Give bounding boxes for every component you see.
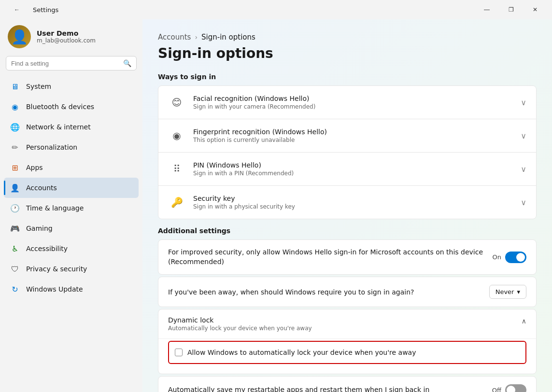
facial-icon: 😊	[168, 94, 185, 111]
sidebar-item-personalization[interactable]: ✏Personalization	[4, 137, 139, 157]
sidebar-item-gaming[interactable]: 🎮Gaming	[4, 218, 139, 238]
sign-in-card-facial[interactable]: 😊Facial recognition (Windows Hello)Sign …	[158, 86, 536, 119]
hello-only-toggle-label: On	[493, 253, 501, 261]
pin-chevron-icon: ∨	[521, 165, 526, 174]
sign-in-again-value: Never	[495, 288, 514, 295]
avatar: 👤	[8, 25, 31, 48]
sidebar-item-update[interactable]: ↻Windows Update	[4, 279, 139, 299]
dynamic-lock-header-text: Dynamic lock Automatically lock your dev…	[168, 316, 522, 332]
restart-apps-toggle-knob	[507, 386, 515, 392]
fingerprint-title: Fingerprint recognition (Windows Hello)	[193, 128, 521, 136]
sidebar-item-label-privacy: Privacy & security	[26, 265, 87, 273]
sign-in-methods-group: 😊Facial recognition (Windows Hello)Sign …	[158, 85, 537, 219]
ways-to-sign-in-title: Ways to sign in	[158, 73, 537, 81]
sidebar-item-label-accounts: Accounts	[26, 184, 57, 192]
close-button[interactable]: ✕	[524, 2, 546, 17]
sidebar-item-label-personalization: Personalization	[26, 143, 77, 151]
restart-apps-toggle[interactable]	[505, 384, 526, 392]
sidebar: 👤 User Demo m_lab@outlook.com 🔍 🖥System◉…	[0, 19, 142, 392]
facial-subtitle: Sign in with your camera (Recommended)	[193, 103, 521, 110]
sidebar-item-privacy[interactable]: 🛡Privacy & security	[4, 259, 139, 279]
pin-icon: ⠿	[168, 160, 185, 178]
sidebar-item-label-accessibility: Accessibility	[26, 245, 68, 252]
main-content: Accounts › Sign-in options Sign-in optio…	[142, 19, 552, 392]
maximize-button[interactable]: ❐	[500, 2, 522, 17]
apps-icon: ⊞	[10, 162, 20, 173]
sidebar-item-network[interactable]: 🌐Network & internet	[4, 117, 139, 137]
sign-in-card-securitykey[interactable]: 🔑Security keySign in with a physical sec…	[158, 186, 536, 219]
search-icon: 🔍	[123, 59, 131, 67]
search-input[interactable]	[11, 60, 119, 67]
minimize-button[interactable]: —	[476, 2, 498, 17]
nav-container: 🖥System◉Bluetooth & devices🌐Network & in…	[4, 76, 139, 299]
dynamic-lock-chevron-icon: ∧	[522, 316, 526, 325]
dynamic-lock-subtitle: Automatically lock your device when you'…	[168, 325, 522, 332]
search-box[interactable]: 🔍	[6, 56, 137, 70]
breadcrumb-parent[interactable]: Accounts	[158, 33, 191, 42]
breadcrumb-current: Sign-in options	[201, 33, 255, 42]
additional-settings: Additional settings For improved securit…	[158, 227, 537, 392]
sidebar-item-system[interactable]: 🖥System	[4, 76, 139, 97]
dynamic-lock-header[interactable]: Dynamic lock Automatically lock your dev…	[158, 309, 536, 338]
sidebar-item-accounts[interactable]: 👤Accounts	[4, 178, 139, 198]
personalization-icon: ✏	[10, 142, 20, 153]
user-email: m_lab@outlook.com	[37, 37, 96, 44]
sidebar-item-label-time: Time & language	[26, 204, 84, 212]
facial-title: Facial recognition (Windows Hello)	[193, 95, 521, 102]
sidebar-item-accessibility[interactable]: ♿Accessibility	[4, 238, 139, 259]
title-bar-left: ← Settings	[6, 2, 58, 17]
restart-apps-toggle-label: Off	[492, 387, 501, 392]
fingerprint-icon: ◉	[168, 127, 185, 144]
pin-text: PIN (Windows Hello)Sign in with a PIN (R…	[193, 161, 521, 177]
hello-only-toggle[interactable]	[505, 252, 526, 263]
title-bar: ← Settings — ❐ ✕	[0, 0, 552, 19]
privacy-icon: 🛡	[10, 264, 20, 274]
facial-text: Facial recognition (Windows Hello)Sign i…	[193, 95, 521, 110]
sidebar-item-label-update: Windows Update	[26, 285, 83, 293]
auto-lock-label: Allow Windows to automatically lock your…	[187, 349, 416, 356]
back-button[interactable]: ←	[6, 2, 28, 17]
sidebar-item-label-gaming: Gaming	[26, 224, 53, 232]
facial-chevron-icon: ∨	[521, 98, 526, 107]
network-icon: 🌐	[10, 122, 20, 132]
sign-in-again-dropdown[interactable]: Never ▾	[489, 285, 526, 299]
hello-only-text: For improved security, only allow Window…	[168, 248, 493, 266]
dynamic-lock-title: Dynamic lock	[168, 316, 522, 324]
securitykey-title: Security key	[193, 195, 521, 202]
sign-in-card-pin[interactable]: ⠿PIN (Windows Hello)Sign in with a PIN (…	[158, 153, 536, 186]
sidebar-item-apps[interactable]: ⊞Apps	[4, 157, 139, 178]
breadcrumb: Accounts › Sign-in options	[158, 33, 537, 42]
dropdown-chevron-icon: ▾	[517, 288, 520, 295]
securitykey-text: Security keySign in with a physical secu…	[193, 195, 521, 210]
update-icon: ↻	[10, 284, 20, 294]
securitykey-icon: 🔑	[168, 194, 185, 211]
sign-in-card-fingerprint[interactable]: ◉Fingerprint recognition (Windows Hello)…	[158, 119, 536, 153]
sidebar-item-label-bluetooth: Bluetooth & devices	[26, 103, 94, 111]
pin-title: PIN (Windows Hello)	[193, 161, 521, 169]
app-title: Settings	[33, 6, 58, 14]
sidebar-item-time[interactable]: 🕐Time & language	[4, 198, 139, 218]
restart-apps-text: Automatically save my restartable apps a…	[168, 385, 492, 392]
auto-lock-checkbox[interactable]	[175, 349, 183, 356]
hello-only-toggle-knob	[516, 253, 525, 262]
fingerprint-text: Fingerprint recognition (Windows Hello)T…	[193, 128, 521, 143]
pin-subtitle: Sign in with a PIN (Recommended)	[193, 170, 521, 177]
system-icon: 🖥	[10, 81, 20, 92]
auto-lock-checkbox-row[interactable]: Allow Windows to automatically lock your…	[168, 341, 526, 364]
additional-settings-title: Additional settings	[158, 227, 537, 235]
page-title: Sign-in options	[158, 45, 537, 61]
breadcrumb-sep: ›	[195, 33, 198, 41]
sidebar-item-bluetooth[interactable]: ◉Bluetooth & devices	[4, 97, 139, 117]
gaming-icon: 🎮	[10, 223, 20, 234]
fingerprint-subtitle: This option is currently unavailable	[193, 137, 521, 143]
app-body: 👤 User Demo m_lab@outlook.com 🔍 🖥System◉…	[0, 19, 552, 392]
securitykey-subtitle: Sign in with a physical security key	[193, 203, 521, 210]
bluetooth-icon: ◉	[10, 101, 20, 112]
title-bar-controls: — ❐ ✕	[476, 2, 546, 17]
sidebar-item-label-system: System	[26, 83, 51, 90]
avatar-icon: 👤	[11, 29, 28, 45]
sign-in-again-text: If you've been away, when should Windows…	[168, 288, 489, 296]
restart-apps-row: Automatically save my restartable apps a…	[158, 376, 537, 392]
user-info: User Demo m_lab@outlook.com	[37, 29, 96, 44]
dynamic-lock-section: Dynamic lock Automatically lock your dev…	[158, 309, 537, 374]
